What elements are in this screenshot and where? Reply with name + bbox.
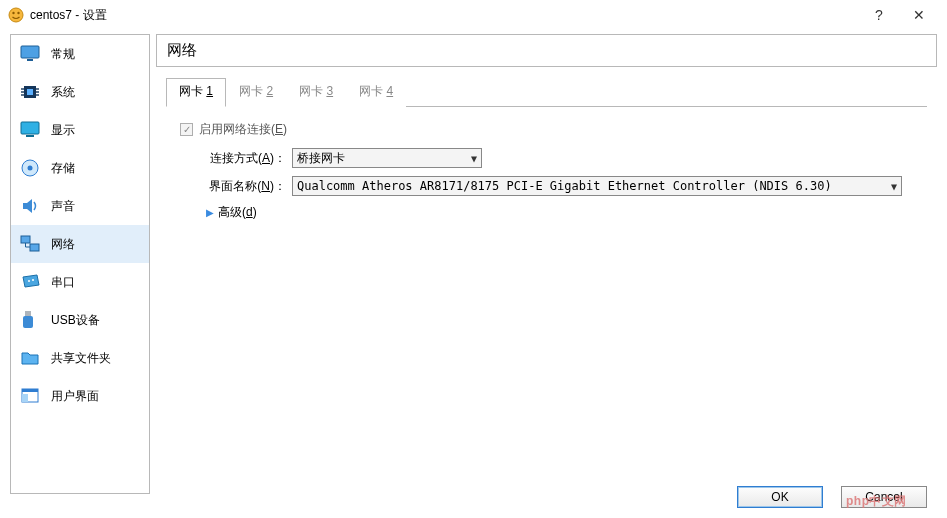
sidebar-item-label: 声音: [51, 198, 75, 215]
tab-adapter-2[interactable]: 网卡 2: [226, 78, 286, 107]
sidebar-item-label: 串口: [51, 274, 75, 291]
chevron-down-icon: ▼: [471, 153, 477, 164]
sidebar-item-label: 共享文件夹: [51, 350, 111, 367]
svg-rect-24: [22, 389, 38, 392]
help-icon: ?: [875, 7, 883, 23]
chip-icon: [19, 81, 41, 103]
adapter-tabs: 网卡 1 网卡 2 网卡 3 网卡 4: [166, 77, 927, 107]
svg-rect-4: [27, 59, 33, 61]
dialog-footer: OK Cancel: [737, 486, 927, 508]
display-icon: [19, 119, 41, 141]
sidebar-item-storage[interactable]: 存储: [11, 149, 149, 187]
svg-rect-25: [22, 394, 28, 402]
adapter-form: ✓ 启用网络连接(E) 连接方式(A)： 桥接网卡 ▼ 界面名称(N)： Qua…: [156, 107, 937, 235]
svg-point-1: [12, 12, 14, 14]
sidebar-item-system[interactable]: 系统: [11, 73, 149, 111]
app-icon: [8, 7, 24, 23]
attached-to-combo[interactable]: 桥接网卡 ▼: [292, 148, 482, 168]
sidebar-item-label: 常规: [51, 46, 75, 63]
sidebar-item-label: 显示: [51, 122, 75, 139]
sidebar-item-general[interactable]: 常规: [11, 35, 149, 73]
sidebar-item-ui[interactable]: 用户界面: [11, 377, 149, 415]
network-icon: [19, 233, 41, 255]
cancel-button[interactable]: Cancel: [841, 486, 927, 508]
tab-adapter-1[interactable]: 网卡 1: [166, 78, 226, 107]
ui-icon: [19, 385, 41, 407]
sidebar-item-label: 网络: [51, 236, 75, 253]
svg-point-0: [9, 8, 23, 22]
sidebar-item-shared[interactable]: 共享文件夹: [11, 339, 149, 377]
close-icon: ✕: [913, 7, 925, 23]
triangle-right-icon: ▶: [206, 207, 214, 218]
attached-to-label: 连接方式(A)：: [196, 150, 292, 167]
adapter-name-combo[interactable]: Qualcomm Atheros AR8171/8175 PCI-E Gigab…: [292, 176, 902, 196]
panel-title-box: 网络: [156, 34, 937, 67]
sidebar-item-network[interactable]: 网络: [11, 225, 149, 263]
svg-point-20: [32, 279, 34, 281]
body: 常规 系统 显示 存储 声音 网络: [0, 30, 947, 494]
advanced-label: 高级(d): [218, 204, 257, 221]
window-title: centos7 - 设置: [30, 7, 859, 24]
close-button[interactable]: ✕: [899, 1, 939, 29]
serial-port-icon: [19, 271, 41, 293]
sidebar-item-display[interactable]: 显示: [11, 111, 149, 149]
sidebar-item-serial[interactable]: 串口: [11, 263, 149, 301]
svg-rect-17: [21, 236, 30, 243]
chevron-down-icon: ▼: [891, 181, 897, 192]
sidebar-item-label: 用户界面: [51, 388, 99, 405]
folder-icon: [19, 347, 41, 369]
settings-window: centos7 - 设置 ? ✕ 常规 系统 显示 存储 声音: [0, 0, 947, 518]
svg-point-19: [28, 280, 30, 282]
svg-rect-22: [23, 316, 33, 328]
enable-adapter-label: 启用网络连接(E): [199, 121, 287, 138]
help-button[interactable]: ?: [859, 1, 899, 29]
monitor-icon: [19, 43, 41, 65]
attached-to-row: 连接方式(A)： 桥接网卡 ▼: [196, 148, 919, 168]
svg-rect-3: [21, 46, 39, 58]
ok-button[interactable]: OK: [737, 486, 823, 508]
svg-point-16: [28, 166, 33, 171]
sidebar-item-label: USB设备: [51, 312, 100, 329]
tab-adapter-4[interactable]: 网卡 4: [346, 78, 406, 107]
svg-rect-14: [26, 135, 34, 137]
sidebar-item-label: 存储: [51, 160, 75, 177]
tab-adapter-3[interactable]: 网卡 3: [286, 78, 346, 107]
adapter-name-label: 界面名称(N)：: [196, 178, 292, 195]
svg-rect-21: [25, 311, 31, 316]
advanced-toggle[interactable]: ▶ 高级(d): [206, 204, 919, 221]
attached-to-value: 桥接网卡: [297, 150, 345, 167]
svg-rect-6: [27, 89, 33, 95]
adapter-name-row: 界面名称(N)： Qualcomm Atheros AR8171/8175 PC…: [196, 176, 919, 196]
main-panel: 网络 网卡 1 网卡 2 网卡 3 网卡 4 ✓ 启用网络连接(E) 连接方式(…: [156, 34, 937, 494]
disk-icon: [19, 157, 41, 179]
panel-title: 网络: [167, 41, 197, 58]
titlebar: centos7 - 设置 ? ✕: [0, 0, 947, 30]
speaker-icon: [19, 195, 41, 217]
sidebar: 常规 系统 显示 存储 声音 网络: [10, 34, 150, 494]
svg-rect-13: [21, 122, 39, 134]
checkbox-icon: ✓: [180, 123, 193, 136]
enable-adapter-checkbox[interactable]: ✓ 启用网络连接(E): [180, 121, 919, 138]
sidebar-item-label: 系统: [51, 84, 75, 101]
sidebar-item-audio[interactable]: 声音: [11, 187, 149, 225]
adapter-name-value: Qualcomm Atheros AR8171/8175 PCI-E Gigab…: [297, 179, 832, 193]
sidebar-item-usb[interactable]: USB设备: [11, 301, 149, 339]
svg-point-2: [17, 12, 19, 14]
svg-rect-18: [30, 244, 39, 251]
usb-icon: [19, 309, 41, 331]
